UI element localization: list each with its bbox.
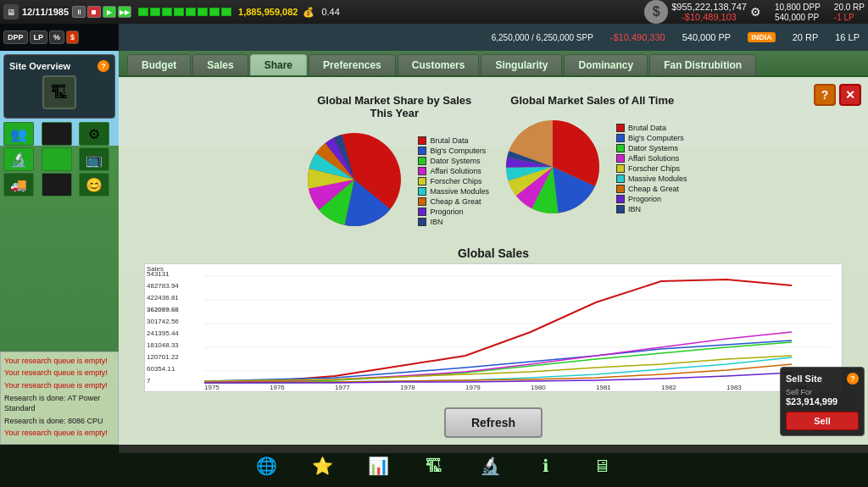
sell-help-icon[interactable]: ? — [847, 373, 859, 385]
tab-share[interactable]: Share — [250, 54, 307, 75]
legend-item: IBN — [616, 205, 687, 213]
lp-value: -1 LP — [834, 13, 865, 22]
chart1-title: Global Market Share by SalesThis Year — [317, 94, 471, 119]
content-area: ? ✕ Global Market Share by SalesThis Yea… — [119, 77, 868, 453]
top-bar-right: $ $955,222,138,747 -$10,489,103 ⚙ 10,800… — [644, 0, 865, 24]
world-icon[interactable]: 🌐 — [251, 451, 281, 481]
balance-delta: -$10,489,103 — [671, 12, 747, 22]
sell-site-panel: Sell Site ? Sell For $23,914,999 Sell — [780, 367, 865, 436]
tab-fan-distribution[interactable]: Fan Distrubition — [649, 54, 756, 75]
chart2-container: Global Market Sales of All Time — [498, 94, 687, 238]
log-entry: Research is done: AT Power Standard — [4, 393, 114, 414]
line-chart-section: Global Sales 543131 482783.94 422436.81 … — [127, 246, 860, 401]
sidebar-people[interactable]: 👥 — [3, 122, 34, 146]
top-bar: 🖥 12/11/1985 ⏸ ⏹ ▶ ▶▶ 1,885,959,082 💰 0.… — [0, 0, 868, 24]
help-button[interactable]: ? — [814, 84, 836, 106]
svg-text:301742.56: 301742.56 — [147, 318, 179, 325]
svg-text:1979: 1979 — [465, 384, 481, 391]
tab-budget[interactable]: Budget — [127, 54, 191, 75]
construction-icon[interactable]: 🏗 — [419, 451, 449, 481]
progress-bar — [138, 8, 231, 16]
legend-item: Dator Systems — [418, 157, 489, 165]
svg-text:1980: 1980 — [531, 384, 546, 391]
pp-value: 540,000 PP — [775, 13, 821, 22]
sidebar-truck[interactable]: 🚚 — [3, 173, 34, 196]
site-overview-label: Site Overview — [9, 61, 70, 71]
star-icon[interactable]: ⭐ — [307, 451, 337, 481]
legend-item: Brutal Data — [616, 124, 687, 132]
monitor-icon[interactable]: 🖥 — [587, 451, 617, 481]
tab-sales[interactable]: Sales — [192, 54, 248, 75]
sidebar-empty2 — [42, 173, 72, 196]
sell-site-title: Sell Site — [786, 374, 822, 384]
dpp-button[interactable]: DPP — [3, 30, 28, 44]
sell-button[interactable]: Sell — [786, 412, 859, 430]
log-entry: Your research queue is empty! — [4, 356, 114, 367]
play-btn[interactable]: ▶ — [103, 6, 116, 18]
main-balance: $955,222,138,747 — [671, 2, 747, 12]
tab-singularity[interactable]: Singularity — [481, 54, 562, 75]
money-icon: 💰 — [303, 7, 314, 18]
panel-controls: ? ✕ — [814, 84, 861, 106]
dollar-icon: $ — [644, 0, 668, 24]
lp-stat: 16 LP — [835, 32, 860, 42]
legend-item: Forscher Chips — [616, 164, 687, 173]
chart2-pie — [498, 112, 608, 225]
svg-text:60354.11: 60354.11 — [147, 365, 175, 373]
sidebar-smiley[interactable]: 😊 — [79, 173, 109, 196]
tab-dominancy[interactable]: Dominancy — [564, 54, 648, 75]
tab-customers[interactable]: Customers — [398, 54, 480, 75]
svg-text:120701.22: 120701.22 — [147, 353, 179, 361]
svg-text:1981: 1981 — [596, 384, 611, 391]
log-entry: Your research queue is empty! — [4, 368, 114, 379]
chart1-container: Global Market Share by SalesThis Year — [299, 94, 489, 238]
dpp-icons-bar: DPP LP % $ — [0, 24, 119, 51]
legend-item: Affari Solutions — [418, 167, 489, 175]
close-button[interactable]: ✕ — [839, 84, 861, 106]
game-date: 12/11/1985 — [22, 7, 69, 17]
chart-icon[interactable]: 📊 — [363, 451, 393, 481]
money-flow: -$10,490,330 — [610, 32, 665, 42]
rating-value: 0.44 — [321, 7, 339, 17]
legend-item: Massive Modules — [616, 174, 687, 183]
sidebar-flask[interactable]: 🔬 — [3, 147, 34, 171]
legend-item: Progorion — [418, 208, 489, 216]
pause-btn[interactable]: ⏸ — [72, 6, 86, 18]
svg-text:241395.44: 241395.44 — [147, 329, 179, 337]
microscope-icon[interactable]: 🔬 — [475, 451, 505, 481]
svg-text:362089.68: 362089.68 — [147, 306, 179, 313]
bottom-bar: 🌐 ⭐ 📊 🏗 🔬 ℹ 🖥 — [0, 445, 868, 487]
log-entry: Your research queue is empty! — [4, 428, 114, 439]
site-overview-help[interactable]: ? — [97, 60, 109, 72]
rp-value: 20.0 RP — [834, 3, 865, 12]
legend-item: Affari Solutions — [616, 154, 687, 163]
legend-item: Cheap & Great — [616, 185, 687, 193]
charts-row: Global Market Share by SalesThis Year — [127, 86, 860, 238]
site-overview-panel: Site Overview ? 🏗 — [3, 54, 115, 119]
fast-btn[interactable]: ▶▶ — [118, 6, 131, 18]
lp-button[interactable]: LP — [30, 30, 48, 44]
stop-btn[interactable]: ⏹ — [87, 6, 101, 18]
sidebar-green1[interactable] — [42, 147, 72, 171]
refresh-button[interactable]: Refresh — [444, 407, 542, 438]
chart2-legend: Brutal DataBig's ComputersDator SystemsA… — [616, 124, 687, 213]
legend-item: IBN — [418, 218, 489, 226]
sidebar-tv[interactable]: 📺 — [79, 147, 109, 171]
tab-bar: Budget Sales Share Preferences Customers… — [119, 51, 868, 77]
settings-gear-icon[interactable]: ⚙ — [750, 5, 761, 19]
chart1-area: Brutal DataBig's ComputersDator SystemsA… — [299, 125, 489, 238]
sidebar-settings[interactable]: ⚙ — [79, 122, 109, 146]
svg-text:Sales: Sales — [147, 265, 164, 273]
info-icon[interactable]: ℹ — [531, 451, 561, 481]
legend-item: Progorion — [616, 195, 687, 203]
tab-preferences[interactable]: Preferences — [309, 54, 396, 75]
dpp-value: 10,800 DPP — [775, 3, 821, 12]
line-chart-title: Global Sales — [144, 246, 843, 260]
chart1-legend: Brutal DataBig's ComputersDator SystemsA… — [418, 136, 489, 226]
log-entry: Research is done: 8086 CPU — [4, 416, 114, 427]
chart1-pie — [299, 125, 409, 238]
region-badge: INDIA — [748, 32, 776, 42]
dollar-button[interactable]: $ — [66, 30, 79, 44]
svg-text:1978: 1978 — [400, 384, 415, 391]
percent-button[interactable]: % — [49, 30, 64, 44]
